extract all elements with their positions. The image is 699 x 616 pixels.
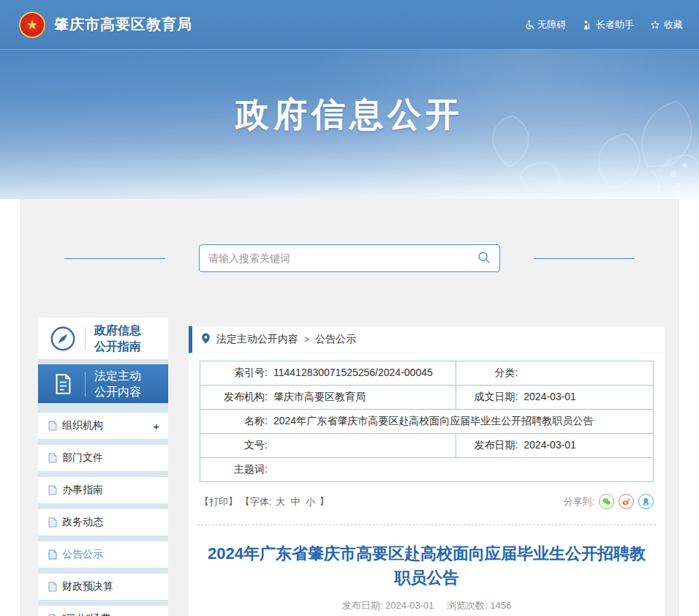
accessibility-label: 无障碍 <box>537 18 566 31</box>
search-section <box>20 199 679 318</box>
page-icon <box>48 517 57 527</box>
views-meta-label: 浏览次数: <box>447 600 488 611</box>
publisher-label: 发布机构: <box>205 391 268 404</box>
publish-date-meta-label: 发布日期: <box>342 600 383 611</box>
font-medium-button[interactable]: 中 <box>291 496 301 507</box>
document-meta-table: 索引号:114412830071525256/2024-00045 分类: 发布… <box>200 361 654 482</box>
views-meta-value: 1456 <box>490 600 511 611</box>
breadcrumb-current[interactable]: 公告公示 <box>315 333 356 346</box>
page-icon <box>48 485 57 495</box>
sidebar-item-service-guide[interactable]: 办事指南 <box>38 477 168 503</box>
publish-date-value: 2024-03-01 <box>524 439 576 451</box>
doc-number-label: 文号: <box>205 439 268 452</box>
sidebar-item-label: 财政预决算 <box>62 580 113 593</box>
page: ★ 肇庆市高要区教育局 无障碍 长者助手 收藏 <box>0 0 699 616</box>
elder-assistant-link[interactable]: 长者助手 <box>582 18 634 31</box>
divider <box>85 372 86 397</box>
page-icon <box>48 582 57 592</box>
divider <box>85 326 86 351</box>
font-small-button[interactable]: 小 <box>306 496 315 507</box>
compass-icon <box>48 325 78 353</box>
font-large-button[interactable]: 大 <box>276 496 285 507</box>
publisher-value: 肇庆市高要区教育局 <box>273 391 366 402</box>
favorite-label: 收藏 <box>664 18 683 31</box>
category-label: 分类: <box>461 367 518 380</box>
sidebar-item-label: 办事指南 <box>62 484 103 497</box>
font-size-label: 【字体: <box>241 496 272 507</box>
star-icon <box>650 20 660 30</box>
publish-date-label: 发布日期: <box>461 439 518 452</box>
sidebar-item-guide[interactable]: 政府信息公开指南 <box>38 318 168 359</box>
site-title: 肇庆市高要区教育局 <box>54 15 192 34</box>
site-brand[interactable]: ★ 肇庆市高要区教育局 <box>19 12 192 38</box>
table-row: 文号: 发布日期:2024-03-01 <box>200 434 654 458</box>
sidebar-item-label: 组织机构 <box>62 419 103 432</box>
favorite-link[interactable]: 收藏 <box>650 18 683 31</box>
article-meta: 发布日期: 2024-03-01 浏览次数: 1456 <box>189 599 665 612</box>
sidebar-item-statutory-disclosure[interactable]: 法定主动公开内容 <box>38 364 168 403</box>
sidebar-item-announcements[interactable]: 公告公示 <box>38 541 168 568</box>
dashed-divider <box>197 525 656 525</box>
search-icon <box>477 251 491 266</box>
print-button[interactable]: 【打印】 <box>200 496 238 507</box>
sidebar: 政府信息公开指南 法定主动公开内容 组织机构 + <box>38 318 168 616</box>
index-number-label: 索引号: <box>205 367 268 380</box>
share-weibo-icon[interactable] <box>619 494 634 509</box>
table-row: 发布机构:肇庆市高要区教育局 成文日期:2024-03-01 <box>200 386 654 410</box>
content-panel: 政府信息公开指南 法定主动公开内容 组织机构 + <box>20 199 679 616</box>
print-font-controls: 【打印】 【字体: 大 中 小 】 <box>200 495 329 508</box>
breadcrumb-parent-link[interactable]: 法定主动公开内容 <box>216 333 298 346</box>
breadcrumb: 法定主动公开内容 > 公告公示 <box>189 326 665 353</box>
page-title: 政府信息公开 <box>0 92 699 138</box>
elder-icon <box>582 20 592 30</box>
sidebar-active-label: 法定主动公开内容 <box>94 368 141 399</box>
table-row: 名称:2024年广东省肇庆市高要区赴高校面向应届毕业生公开招聘教职员公告 <box>200 410 654 434</box>
national-emblem-logo: ★ <box>19 12 45 38</box>
doc-name-value: 2024年广东省肇庆市高要区赴高校面向应届毕业生公开招聘教职员公告 <box>273 415 593 427</box>
search-button[interactable] <box>477 251 491 266</box>
page-icon <box>48 421 57 431</box>
sidebar-item-government-news[interactable]: 政务动态 <box>38 509 168 536</box>
accessibility-link[interactable]: 无障碍 <box>524 18 566 31</box>
share-label: 分享到: <box>563 495 594 508</box>
right-decorative-line <box>534 258 635 259</box>
keywords-label: 主题词: <box>205 463 268 476</box>
doc-name-label: 名称: <box>205 415 268 428</box>
sidebar-item-label: 公告公示 <box>62 548 103 561</box>
expand-plus-icon[interactable]: + <box>153 420 159 432</box>
elder-assistant-label: 长者助手 <box>596 18 634 31</box>
publish-date-meta-value: 2024-03-01 <box>385 600 434 611</box>
table-row: 主题词: <box>200 458 654 482</box>
sidebar-item-organization[interactable]: 组织机构 + <box>38 413 168 439</box>
header-links: 无障碍 长者助手 收藏 <box>524 18 683 31</box>
page-icon <box>48 453 57 463</box>
main-content: 法定主动公开内容 > 公告公示 索引号:114412830071525256/2… <box>189 326 665 616</box>
table-row: 索引号:114412830071525256/2024-00045 分类: <box>200 361 654 386</box>
accessibility-icon <box>524 20 534 30</box>
index-number-value: 114412830071525256/2024-00045 <box>273 367 433 378</box>
share-controls: 分享到: <box>563 494 654 509</box>
article-toolbar: 【打印】 【字体: 大 中 小 】 分享到: <box>200 494 654 509</box>
sidebar-item-label: 部门文件 <box>62 451 103 465</box>
written-date-label: 成文日期: <box>461 391 518 404</box>
sidebar-item-label: 政务动态 <box>62 516 103 529</box>
sidebar-item-fiscal-budget[interactable]: 财政预决算 <box>38 574 168 600</box>
font-size-label-close: 】 <box>320 496 329 507</box>
share-qq-icon[interactable] <box>638 494 654 509</box>
banner: 政府信息公开 <box>0 50 699 199</box>
header-bar: ★ 肇庆市高要区教育局 无障碍 长者助手 收藏 <box>0 0 699 50</box>
breadcrumb-separator: > <box>304 334 309 345</box>
sidebar-item-label: "三公"经费 <box>62 612 110 616</box>
sidebar-guide-label: 政府信息公开指南 <box>94 323 141 354</box>
written-date-value: 2024-03-01 <box>524 391 576 402</box>
location-pin-icon <box>201 333 211 346</box>
share-wechat-icon[interactable] <box>599 494 614 509</box>
search-box <box>199 244 500 272</box>
left-decorative-line <box>64 258 165 259</box>
document-icon <box>48 372 78 397</box>
sidebar-item-department-documents[interactable]: 部门文件 <box>38 445 168 471</box>
search-input[interactable] <box>208 252 477 264</box>
article-title: 2024年广东省肇庆市高要区赴高校面向应届毕业生公开招聘教职员公告 <box>208 541 646 590</box>
page-icon <box>48 549 57 560</box>
sidebar-item-three-public-expenses[interactable]: "三公"经费 <box>38 606 168 616</box>
